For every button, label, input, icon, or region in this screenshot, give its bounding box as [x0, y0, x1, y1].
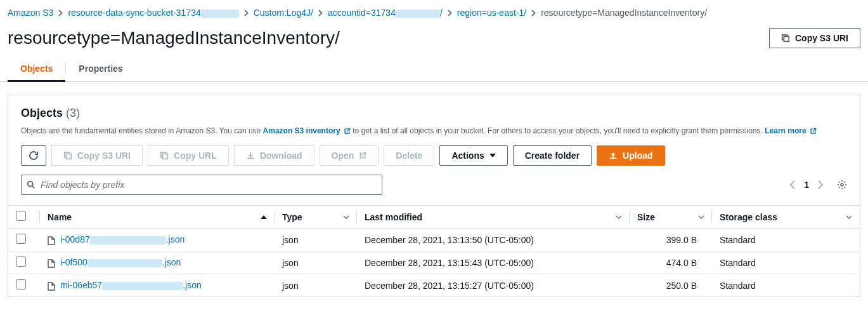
desc-text-2: to get a list of all objects in your buc…	[351, 126, 765, 135]
download-icon	[246, 151, 255, 160]
object-link[interactable]: i-0f500.json	[60, 257, 181, 267]
btn-label: Actions	[451, 150, 484, 161]
svg-point-4	[841, 183, 843, 186]
page-number: 1	[804, 180, 809, 190]
cell-modified: December 28, 2021, 13:15:27 (UTC-05:00)	[357, 274, 630, 297]
cell-storage: Standard	[712, 274, 860, 297]
table-row: i-0f500.jsonjsonDecember 28, 2021, 13:15…	[8, 251, 860, 274]
toolbar: Copy S3 URI Copy URL Download Open Delet…	[21, 145, 847, 166]
objects-panel: Objects (3) Objects are the fundamental …	[8, 95, 860, 297]
sort-asc-icon	[261, 215, 267, 219]
learn-more-link[interactable]: Learn more	[765, 126, 817, 135]
copy-s3-uri-button[interactable]: Copy S3 URI	[51, 145, 143, 166]
cell-modified: December 28, 2021, 13:15:43 (UTC-05:00)	[357, 251, 630, 274]
cell-type: json	[275, 251, 357, 274]
prev-page-button[interactable]	[790, 180, 795, 189]
row-checkbox[interactable]	[16, 279, 26, 290]
cell-type: json	[275, 274, 357, 297]
btn-label: Create folder	[525, 150, 580, 161]
pagination: 1	[790, 180, 847, 190]
breadcrumb-item[interactable]: region=us-east-1/	[457, 8, 526, 18]
cell-size: 250.0 B	[630, 274, 712, 297]
svg-rect-0	[784, 36, 789, 41]
caret-down-icon	[489, 154, 496, 157]
settings-button[interactable]	[837, 180, 847, 190]
search-row: 1	[21, 175, 847, 195]
search-icon	[27, 180, 36, 189]
download-button[interactable]: Download	[234, 145, 314, 166]
section-count: (3)	[66, 107, 80, 119]
actions-button[interactable]: Actions	[439, 145, 507, 166]
select-all-checkbox[interactable]	[16, 211, 26, 221]
btn-label: Download	[260, 150, 302, 161]
tab-objects[interactable]: Objects	[8, 56, 65, 81]
cell-size: 474.0 B	[630, 251, 712, 274]
search-input[interactable]	[41, 180, 377, 190]
breadcrumb-item[interactable]: resource-data-sync-bucket-31734	[68, 8, 238, 18]
row-checkbox[interactable]	[16, 234, 26, 244]
section-title: Objects (3)	[21, 107, 847, 120]
section-description: Objects are the fundamental entities sto…	[21, 125, 847, 137]
copy-url-button[interactable]: Copy URL	[148, 145, 229, 166]
col-type[interactable]: Type	[282, 212, 302, 222]
btn-label: Copy URL	[174, 150, 217, 161]
tabs: Objects Properties	[0, 56, 868, 82]
sort-icon	[343, 215, 349, 219]
btn-label: Open	[332, 150, 354, 161]
col-size[interactable]: Size	[637, 212, 655, 222]
col-name[interactable]: Name	[48, 212, 72, 222]
breadcrumb-item[interactable]: accountid=31734/	[328, 8, 443, 18]
upload-button[interactable]: Upload	[597, 145, 664, 166]
object-link[interactable]: i-00d87.json	[60, 234, 185, 244]
open-button[interactable]: Open	[320, 145, 379, 166]
refresh-button[interactable]	[21, 145, 46, 166]
delete-button[interactable]: Delete	[384, 145, 434, 166]
breadcrumb: Amazon S3resource-data-sync-bucket-31734…	[0, 0, 868, 24]
file-icon	[48, 259, 55, 268]
object-link[interactable]: mi-06eb57.json	[60, 280, 202, 290]
file-icon	[48, 236, 55, 245]
chevron-right-icon	[318, 10, 323, 17]
breadcrumb-item[interactable]: Amazon S3	[8, 8, 53, 18]
cell-type: json	[275, 229, 357, 251]
inventory-link[interactable]: Amazon S3 inventory	[263, 126, 351, 135]
chevron-right-icon	[531, 10, 536, 17]
tab-properties[interactable]: Properties	[66, 56, 135, 81]
svg-point-3	[28, 182, 33, 187]
table-row: mi-06eb57.jsonjsonDecember 28, 2021, 13:…	[8, 274, 860, 297]
file-icon	[48, 282, 55, 291]
create-folder-button[interactable]: Create folder	[513, 145, 592, 166]
copy-icon	[63, 151, 72, 160]
sort-icon	[846, 215, 852, 219]
sort-icon	[616, 215, 622, 219]
copy-icon	[781, 34, 790, 43]
table-body: i-00d87.jsonjsonDecember 28, 2021, 13:13…	[8, 229, 860, 297]
copy-icon	[160, 151, 169, 160]
svg-rect-2	[162, 154, 167, 159]
breadcrumb-item[interactable]: Custom:Log4J/	[254, 8, 313, 18]
cell-storage: Standard	[712, 229, 860, 251]
next-page-button[interactable]	[818, 180, 823, 189]
col-storage[interactable]: Storage class	[720, 212, 777, 222]
search-input-wrap[interactable]	[21, 175, 382, 195]
page-title: resourcetype=ManagedInstanceInventory/	[8, 28, 340, 48]
table-header-row: Name Type Last modified Size Storage cla…	[8, 206, 860, 229]
upload-icon	[609, 151, 618, 160]
chevron-right-icon	[244, 10, 249, 17]
cell-storage: Standard	[712, 251, 860, 274]
copy-s3-uri-header-button[interactable]: Copy S3 URI	[769, 28, 860, 48]
copy-s3-uri-label: Copy S3 URI	[795, 33, 848, 43]
external-link-icon	[810, 128, 817, 135]
btn-label: Copy S3 URI	[77, 150, 131, 161]
section-title-text: Objects	[21, 107, 63, 119]
cell-modified: December 28, 2021, 13:13:50 (UTC-05:00)	[357, 229, 630, 251]
desc-text: Objects are the fundamental entities sto…	[21, 126, 263, 135]
row-checkbox[interactable]	[16, 257, 26, 267]
page-header: resourcetype=ManagedInstanceInventory/ C…	[0, 24, 868, 56]
chevron-right-icon	[448, 10, 452, 17]
external-link-icon	[359, 152, 366, 159]
external-link-icon	[344, 128, 351, 135]
col-modified[interactable]: Last modified	[365, 212, 422, 222]
objects-table: Name Type Last modified Size Storage cla…	[8, 205, 860, 297]
refresh-icon	[29, 150, 39, 161]
